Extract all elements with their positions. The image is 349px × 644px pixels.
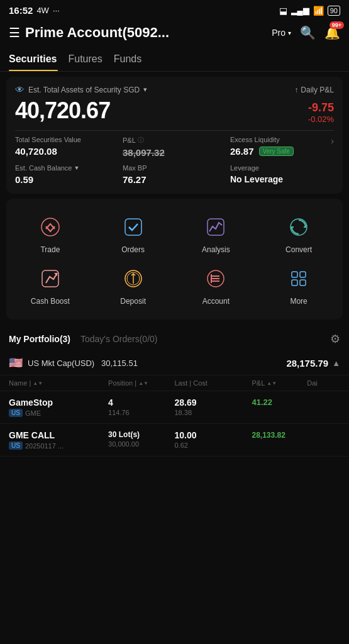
bluetooth-icon: ⬓ bbox=[279, 6, 287, 16]
daily-pnl-label: Daily P&L bbox=[301, 86, 334, 94]
action-convert[interactable]: Convert bbox=[257, 208, 340, 259]
orders-icon bbox=[119, 213, 148, 242]
chevron-right-icon[interactable]: › bbox=[331, 136, 334, 146]
leverage-value: No Leverage bbox=[230, 174, 334, 184]
market-cap-total: 28,175.79 bbox=[286, 358, 328, 369]
svg-rect-16 bbox=[292, 280, 297, 286]
stat-cash-balance: Est. Cash Balance ▼ 0.59 bbox=[15, 164, 119, 185]
svg-rect-2 bbox=[208, 219, 224, 235]
action-trade[interactable]: Trade bbox=[9, 208, 92, 259]
status-time: 16:52 bbox=[9, 5, 33, 16]
th-name[interactable]: Name | ▲▼ bbox=[9, 379, 108, 387]
th-position[interactable]: Position | ▲▼ bbox=[108, 379, 174, 387]
total-assets-value: 40,720.67 bbox=[15, 97, 110, 124]
us-flag-icon: 🇺🇸 bbox=[9, 356, 23, 370]
cash-value: 0.59 bbox=[15, 174, 119, 185]
table-header: Name | ▲▼ Position | ▲▼ Last | Cost P&L … bbox=[0, 375, 349, 391]
th-dai: Dai bbox=[307, 379, 340, 387]
stats-grid: Total Securities Value 40,720.08 P&L ⓘ 3… bbox=[15, 136, 334, 185]
action-analysis[interactable]: Analysis bbox=[175, 208, 258, 259]
action-more[interactable]: More bbox=[257, 259, 340, 311]
tab-securities[interactable]: Securities bbox=[9, 47, 68, 71]
securities-value: 40,720.08 bbox=[15, 146, 119, 157]
tab-futures[interactable]: Futures bbox=[68, 47, 113, 71]
deposit-label: Deposit bbox=[120, 297, 146, 306]
dai-cell-2 bbox=[307, 430, 340, 450]
action-grid: Trade Orders Analysis bbox=[6, 199, 343, 319]
lastcost-cell: 28.69 18.38 bbox=[175, 397, 252, 417]
status-bar: 16:52 4W ··· ⬓ ▂▄▆ 📶 90 bbox=[0, 0, 349, 19]
market-cap-row: 🇺🇸 US Mkt Cap(USD) 30,115.51 28,175.79 ▲ bbox=[0, 351, 349, 375]
account-title: Prime Account(5092... bbox=[25, 25, 169, 41]
portfolio-section: My Portfolio(3) Today's Orders(0/0) ⚙ 🇺🇸… bbox=[0, 325, 349, 457]
assets-label-text: Est. Total Assets of Security SGD bbox=[28, 86, 140, 94]
action-deposit[interactable]: Deposit bbox=[92, 259, 175, 311]
trade-icon bbox=[36, 213, 65, 242]
action-orders[interactable]: Orders bbox=[92, 208, 175, 259]
pnl-cell: 41.22 bbox=[252, 397, 307, 417]
notification-button[interactable]: 🔔 99+ bbox=[324, 25, 340, 40]
account-label: Account bbox=[202, 297, 230, 306]
th-lastcost[interactable]: Last | Cost bbox=[175, 379, 252, 387]
chevron-up-icon: ▲ bbox=[332, 358, 340, 368]
pnl-amount: -9.75 bbox=[308, 101, 334, 114]
cashboost-icon bbox=[36, 264, 65, 293]
upload-icon: ↑ bbox=[294, 86, 298, 94]
table-row[interactable]: GameStop US GME 4 114.76 28.69 18.38 41.… bbox=[0, 391, 349, 424]
stat-max-bp: Max BP 76.27 bbox=[123, 164, 226, 185]
table-row[interactable]: GME CALL US 20250117 ... 30 Lot(s) 30,00… bbox=[0, 424, 349, 457]
tab-funds[interactable]: Funds bbox=[114, 47, 153, 71]
analysis-icon bbox=[201, 213, 230, 242]
signal-icon: ▂▄▆ bbox=[291, 6, 309, 15]
us-tag: US bbox=[9, 409, 23, 417]
battery-icon: 90 bbox=[328, 6, 340, 16]
main-tabs: Securities Futures Funds bbox=[0, 47, 349, 72]
convert-label: Convert bbox=[285, 245, 312, 254]
trade-label: Trade bbox=[40, 245, 60, 254]
eye-icon: 👁 bbox=[15, 84, 25, 95]
analysis-label: Analysis bbox=[202, 245, 230, 254]
stat-excess-liquidity: Excess Liquidity › 26.87 Very Safe bbox=[230, 136, 334, 158]
pnl-value: 38,097.32 bbox=[123, 147, 226, 158]
stat-pnl: P&L ⓘ 38,097.32 bbox=[123, 136, 226, 158]
position-cell: 4 114.76 bbox=[108, 397, 174, 417]
cash-dropdown-icon[interactable]: ▼ bbox=[74, 165, 80, 171]
orders-label: Orders bbox=[121, 245, 145, 254]
pnl-cell-2: 28,133.82 bbox=[252, 430, 307, 450]
stat-leverage: Leverage No Leverage bbox=[230, 164, 334, 185]
info-icon: ⓘ bbox=[138, 136, 144, 145]
stat-securities-value: Total Securities Value 40,720.08 bbox=[15, 136, 119, 158]
portfolio-tab-active[interactable]: My Portfolio(3) bbox=[9, 334, 70, 344]
search-icon[interactable]: 🔍 bbox=[300, 25, 316, 40]
dai-cell bbox=[307, 397, 340, 417]
pro-badge[interactable]: Pro ▾ bbox=[272, 28, 291, 38]
carrier-icon: 4W bbox=[36, 6, 49, 15]
assets-dropdown-icon[interactable]: ▾ bbox=[143, 86, 147, 94]
notification-count: 99+ bbox=[330, 21, 344, 29]
portfolio-tab-orders[interactable]: Today's Orders(0/0) bbox=[80, 334, 158, 344]
assets-card: 👁 Est. Total Assets of Security SGD ▾ ↑ … bbox=[6, 77, 343, 194]
deposit-icon bbox=[119, 264, 148, 293]
market-cap-label: US Mkt Cap(USD) 30,115.51 bbox=[28, 358, 138, 368]
menu-icon[interactable]: ☰ bbox=[9, 25, 20, 40]
action-cashboost[interactable]: Cash Boost bbox=[9, 259, 92, 311]
convert-icon bbox=[284, 213, 313, 242]
account-icon bbox=[201, 264, 230, 293]
svg-rect-1 bbox=[125, 219, 141, 235]
svg-rect-17 bbox=[300, 280, 306, 286]
dots-icon: ··· bbox=[53, 6, 60, 15]
th-pnl[interactable]: P&L ▲▼ bbox=[252, 379, 307, 387]
lastcost-cell-2: 10.00 0.62 bbox=[175, 430, 252, 450]
max-bp-value: 76.27 bbox=[123, 174, 226, 185]
wifi-icon: 📶 bbox=[313, 6, 324, 16]
cashboost-label: Cash Boost bbox=[31, 297, 70, 306]
stock-name-cell-2: GME CALL US 20250117 ... bbox=[9, 430, 108, 450]
position-cell-2: 30 Lot(s) 30,000.00 bbox=[108, 430, 174, 450]
more-label: More bbox=[290, 297, 307, 306]
svg-point-0 bbox=[42, 218, 59, 236]
action-account[interactable]: Account bbox=[175, 259, 258, 311]
very-safe-badge: Very Safe bbox=[259, 147, 294, 156]
portfolio-settings-icon[interactable]: ⚙ bbox=[330, 332, 340, 346]
header: ☰ Prime Account(5092... Pro ▾ 🔍 🔔 99+ bbox=[0, 19, 349, 47]
status-right: ⬓ ▂▄▆ 📶 90 bbox=[279, 6, 340, 16]
